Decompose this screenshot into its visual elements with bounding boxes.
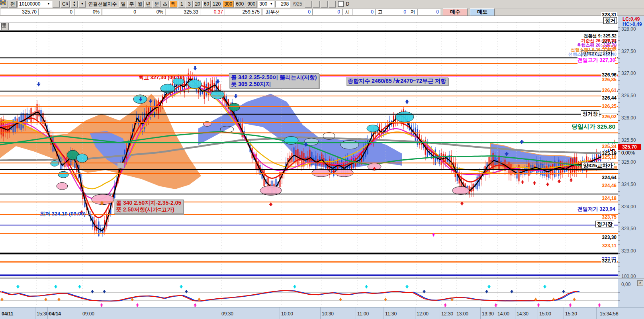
chart-pin-icon[interactable]	[305, 1, 312, 8]
level-price-label: 326,85	[601, 77, 617, 82]
price-tick-label: 323,00	[621, 248, 636, 254]
buy-button[interactable]: 매수	[443, 8, 468, 16]
price-tick-label: 327,50	[621, 49, 636, 54]
level-price-label: 324,18	[601, 196, 617, 201]
speaker-icon[interactable]: ▼	[78, 1, 86, 8]
quote-value: 0	[352, 9, 375, 15]
level-price-label: 326,25	[601, 104, 617, 109]
grid-tool-icon[interactable]	[1, 23, 9, 30]
level-price-label: 328,31	[601, 12, 617, 17]
settings-gear-icon[interactable]	[329, 1, 336, 8]
d-checkbox[interactable]	[338, 1, 344, 7]
hc-value: HC:-0,49	[622, 22, 642, 27]
period-button-초[interactable]: 초	[161, 1, 169, 8]
sell-button[interactable]: 매도	[470, 8, 495, 16]
quote-value: 0	[312, 9, 342, 15]
side-label: 양325교차가	[581, 162, 614, 169]
level-price-label: 326,61	[601, 88, 617, 93]
price-tick-label: 323,50	[621, 226, 636, 231]
price-tick-label: 328,00	[621, 26, 636, 32]
price-tick-label: 324,50	[621, 182, 636, 187]
quote-value: 259,575	[225, 9, 261, 15]
chart-line-icon[interactable]	[313, 1, 320, 8]
quote-value: 0	[385, 9, 408, 15]
quote-bar: 325.7000%00%325.330.37259,575최우선00시0고0저0…	[0, 8, 644, 16]
chart-area[interactable]: 04/1115:3004/1409:0009:3010:0010:3011:00…	[0, 16, 644, 319]
jeon-button[interactable]: 전	[9, 1, 17, 8]
toolbar: 전 10100000▼ C⇅ ▲▼ ▼ 연결선물지수 일주월년분초틱 13206…	[0, 0, 644, 8]
ichimoku-legend-line: 후행스팬 26: 325,70	[577, 43, 617, 47]
quote-value: 0	[283, 9, 312, 15]
period-button-틱[interactable]: 틱	[169, 1, 177, 8]
side-label: 정거장	[595, 221, 614, 227]
level-price-label: 324,46	[601, 183, 617, 188]
interval-button-300[interactable]: 300	[223, 1, 234, 8]
ichimoku-legend-line: 전환선 9: 325,52	[583, 34, 617, 38]
level-price-label: 326,44	[601, 96, 617, 100]
quote-value: 0%	[74, 9, 101, 15]
level-price-label: 323,30	[601, 235, 617, 240]
quote-label: 최우선	[262, 9, 283, 15]
quote-value: 0.37	[200, 9, 225, 15]
period-button-일[interactable]: 일	[119, 1, 127, 8]
oscillator-tick-label: 0,00	[621, 282, 630, 287]
quote-fields: 325.7000%00%325.330.37259,575최우선00시0고0저0	[0, 9, 440, 15]
period-button-분[interactable]: 분	[153, 1, 161, 8]
d-checkbox-label: D	[345, 1, 351, 7]
price-tick-label: 326,00	[621, 115, 636, 121]
ichimoku-legend-line: 선행스팬2 52,26: 325,40	[568, 52, 617, 57]
level-price-label: 326,96	[601, 72, 617, 77]
quote-value: 325.33	[166, 9, 200, 15]
save-icon[interactable]	[321, 1, 328, 8]
code-input[interactable]: 10100000▼	[18, 1, 52, 8]
interval-button-group: 132060120300600900	[178, 1, 257, 8]
trading-chart-window: 전 10100000▼ C⇅ ▲▼ ▼ 연결선물지수 일주월년분초틱 13206…	[0, 0, 644, 319]
spinner-control[interactable]: ▲▼	[70, 1, 78, 8]
quote-label: 고	[375, 9, 385, 15]
current-change-pct: 0,00%	[621, 150, 635, 156]
interval-button-3[interactable]: 3	[186, 1, 193, 8]
search-icon[interactable]	[53, 1, 60, 8]
note-box: 종합지수 2460/65 /★2470~72부근 저항	[346, 77, 448, 85]
price-tick-label: 326,50	[621, 93, 636, 98]
quote-value: 0	[417, 9, 440, 15]
interval-button-120[interactable]: 120	[211, 1, 222, 8]
quote-value: 0	[38, 9, 74, 15]
tick-total-label: /925	[291, 1, 303, 7]
interval-button-20[interactable]: 20	[193, 1, 202, 8]
interval-button-60[interactable]: 60	[202, 1, 211, 8]
side-label: 정거장	[581, 110, 599, 117]
main-chart-canvas	[0, 16, 644, 319]
c-refresh-button[interactable]: C⇅	[61, 1, 70, 8]
quote-label: 저	[408, 9, 417, 15]
lc-value: LC:0,49	[622, 16, 640, 22]
level-price-label: 325,34	[601, 144, 617, 149]
level-price-label: 326,02	[601, 114, 617, 119]
side-label: 전일저가 323,94	[577, 205, 615, 213]
period-button-주[interactable]: 주	[127, 1, 135, 8]
quote-label: 시	[343, 9, 352, 15]
price-tick-label: 324,00	[621, 204, 636, 209]
level-price-label: 325,10	[601, 155, 617, 160]
note-box: 콜 340 2.50지지-2.35-2.05풋 2.50저항(시가=고가)	[114, 199, 183, 214]
tick-count-field[interactable]: 298	[275, 1, 290, 8]
interval-button-1[interactable]: 1	[178, 1, 185, 8]
interval-button-600[interactable]: 600	[234, 1, 245, 8]
interval-button-900[interactable]: 900	[246, 1, 257, 8]
interval-select[interactable]: 300▼	[258, 1, 274, 8]
level-price-label: 323,11	[602, 243, 617, 248]
period-button-년[interactable]: 년	[144, 1, 152, 8]
level-price-label: 324,64	[601, 175, 617, 180]
quote-value: 0%	[138, 9, 165, 15]
level-price-label: 323,75	[601, 215, 617, 219]
ichimoku-legend-line: 선행스팬1 9,26: 325,48	[571, 48, 617, 52]
ichimoku-legend-line: 기준선 26: 325,43	[581, 39, 617, 43]
oscillator-close-icon[interactable]: ×	[637, 280, 643, 286]
low-annotation: 최저 324,10 (09:00) →	[40, 210, 92, 217]
period-button-월[interactable]: 월	[136, 1, 144, 8]
price-tick-label: 325,00	[621, 159, 636, 165]
instrument-name: 연결선물지수	[86, 1, 118, 8]
period-button-group: 일주월년분초틱	[119, 1, 177, 8]
quote-value: 0	[102, 9, 138, 15]
quote-value: 325.70	[0, 9, 38, 15]
